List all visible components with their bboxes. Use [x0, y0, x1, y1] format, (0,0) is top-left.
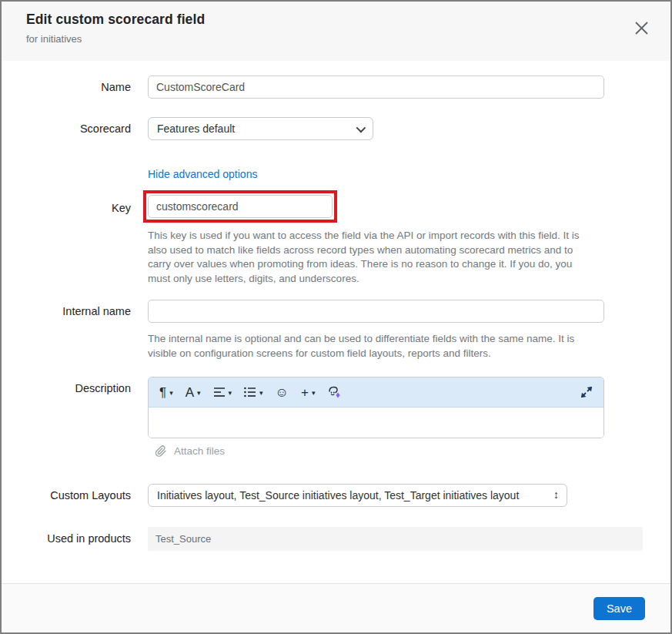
edit-custom-scorecard-field-dialog: Edit custom scorecard field for initiati…	[0, 0, 672, 634]
custom-layouts-selected-value: Initiatives layout, Test_Source initiati…	[157, 489, 519, 501]
expand-editor-button[interactable]	[580, 386, 593, 398]
internal-name-row: Internal name	[2, 300, 670, 323]
dialog-body: Name Scorecard Features default Hide adv…	[2, 61, 670, 583]
description-editor: ¶▾A▾▾▾☺+▾	[148, 377, 604, 438]
attach-files-label: Attach files	[174, 445, 225, 457]
name-row: Name	[2, 75, 670, 99]
scorecard-select[interactable]: Features default	[148, 117, 373, 140]
internal-name-help-row: The internal name is optional and can be…	[2, 332, 670, 361]
page-title: Edit custom scorecard field	[26, 12, 646, 28]
close-button[interactable]	[632, 18, 650, 37]
save-button[interactable]: Save	[593, 597, 645, 620]
paragraph-style-icon[interactable]: ¶▾	[159, 386, 173, 399]
attach-files-button[interactable]: Attach files	[148, 444, 670, 457]
chevron-down-icon	[356, 123, 366, 133]
custom-layouts-row: Custom Layouts Initiatives layout, Test_…	[2, 484, 670, 507]
emoji-icon[interactable]: ☺	[276, 386, 289, 399]
description-label: Description	[2, 377, 148, 395]
used-in-products-row: Used in products Test_Source	[2, 527, 670, 551]
page-subtitle: for initiatives	[26, 33, 646, 45]
close-icon	[634, 21, 649, 35]
used-in-products-label: Used in products	[2, 527, 148, 545]
dialog-footer: Save	[2, 583, 670, 632]
used-in-products-value: Test_Source	[148, 527, 643, 551]
bullet-list-icon[interactable]: ▾	[244, 387, 263, 398]
paperclip-icon	[155, 444, 167, 457]
key-label: Key	[2, 190, 148, 215]
scorecard-row: Scorecard Features default	[2, 117, 670, 140]
scorecard-label: Scorecard	[2, 117, 148, 136]
custom-layouts-label: Custom Layouts	[2, 484, 148, 502]
key-row: Key	[2, 190, 670, 223]
description-input[interactable]	[149, 408, 603, 438]
internal-name-input[interactable]	[148, 300, 604, 323]
dialog-header: Edit custom scorecard field for initiati…	[2, 2, 670, 61]
ai-assistant-icon[interactable]	[327, 385, 342, 399]
scorecard-selected-value: Features default	[157, 122, 235, 135]
internal-name-help-text: The internal name is optional and can be…	[148, 332, 594, 361]
alignment-icon[interactable]: ▾	[213, 387, 232, 398]
name-label: Name	[2, 75, 148, 94]
insert-icon[interactable]: +▾	[301, 386, 315, 399]
editor-toolbar: ¶▾A▾▾▾☺+▾	[149, 377, 603, 408]
annotation-red-box	[143, 190, 337, 223]
key-help-row: This key is used if you want to access t…	[2, 229, 670, 286]
text-format-icon[interactable]: A▾	[186, 386, 201, 399]
key-help-text: This key is used if you want to access t…	[148, 229, 594, 286]
advanced-options-row: Hide advanced options	[2, 167, 670, 181]
hide-advanced-options-link[interactable]: Hide advanced options	[148, 168, 257, 180]
key-input[interactable]	[148, 195, 333, 218]
name-input[interactable]	[148, 75, 604, 99]
internal-name-label: Internal name	[2, 300, 148, 318]
expand-icon	[580, 386, 593, 398]
up-down-arrows-icon: ↕	[553, 488, 559, 501]
description-row: Description ¶▾A▾▾▾☺+▾	[2, 377, 670, 457]
custom-layouts-select[interactable]: Initiatives layout, Test_Source initiati…	[148, 484, 567, 507]
